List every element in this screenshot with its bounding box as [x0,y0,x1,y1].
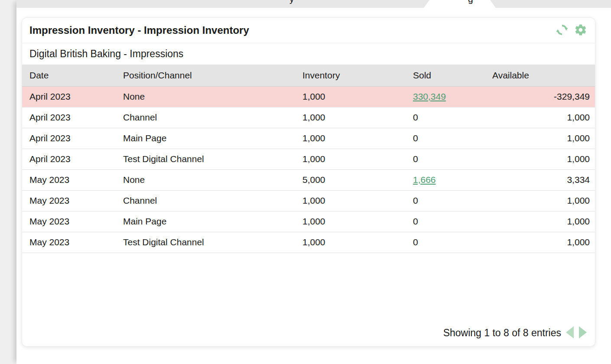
cell-inventory: 1,000 [302,211,413,232]
table-row: May 2023 None 5,000 1,666 3,334 [22,169,595,190]
cell-available: 1,000 [492,190,595,211]
cell-sold: 0 [413,107,492,128]
cell-inventory: 1,000 [302,107,413,128]
cell-date: May 2023 [22,232,123,253]
table-pagination: Showing 1 to 8 of 8 entries [22,325,595,346]
cell-sold: 0 [413,128,492,149]
sold-link[interactable]: 1,666 [413,175,436,185]
chevron-left-icon [564,325,575,341]
cell-date: April 2023 [22,128,123,149]
cell-position-channel: None [123,169,302,190]
cell-available: 1,000 [492,232,595,253]
cell-available: 1,000 [492,128,595,149]
gear-icon [574,23,587,38]
table-row: May 2023 Main Page 1,000 0 1,000 [22,211,595,232]
sold-link[interactable]: 330,349 [413,91,446,101]
cell-inventory: 1,000 [302,149,413,169]
refresh-button[interactable] [555,23,569,38]
cell-position-channel: None [123,86,302,107]
next-page-button[interactable] [577,325,589,340]
cell-available: 1,000 [492,149,595,169]
cell-position-channel: Test Digital Channel [123,232,302,253]
table-row: May 2023 Test Digital Channel 1,000 0 1,… [22,232,595,253]
cell-available: 3,334 [492,169,595,190]
active-tab-label-fragment: g [468,0,473,4]
active-tab[interactable]: g [424,0,496,8]
cell-date: April 2023 [22,149,123,169]
cell-available: 1,000 [492,107,595,128]
cell-position-channel: Main Page [123,211,302,232]
cell-date: April 2023 [22,107,123,128]
tab-label-fragment: y [289,0,294,4]
widget-title: Impression Inventory - Impression Invent… [29,24,249,36]
cell-sold: 330,349 [413,86,492,107]
cell-inventory: 1,000 [302,86,413,107]
column-header-position-channel[interactable]: Position/Channel [123,65,302,86]
inventory-table: Date Position/Channel Inventory Sold Ava… [22,65,595,253]
widget-subtitle-row: Digital British Baking - Impressions [22,43,595,65]
cell-inventory: 5,000 [302,169,413,190]
cell-inventory: 1,000 [302,190,413,211]
refresh-icon [555,23,569,38]
cell-date: April 2023 [22,86,123,107]
column-header-available[interactable]: Available [492,65,595,86]
cell-available: 1,000 [492,211,595,232]
table-row: April 2023 Test Digital Channel 1,000 0 … [22,149,595,169]
column-header-date[interactable]: Date [22,65,123,86]
cell-date: May 2023 [22,211,123,232]
table-row: May 2023 Channel 1,000 0 1,000 [22,190,595,211]
cell-inventory: 1,000 [302,128,413,149]
table-row: April 2023 Main Page 1,000 0 1,000 [22,128,595,149]
cell-sold: 0 [413,232,492,253]
table-header-row: Date Position/Channel Inventory Sold Ava… [22,65,595,86]
cell-sold: 0 [413,149,492,169]
column-header-sold[interactable]: Sold [413,65,492,86]
chevron-right-icon [577,325,588,341]
table-row: April 2023 Channel 1,000 0 1,000 [22,107,595,128]
tab-strip: y g [16,0,611,8]
cell-date: May 2023 [22,169,123,190]
widget-header: Impression Inventory - Impression Invent… [22,18,595,43]
cell-sold: 0 [413,211,492,232]
column-header-inventory[interactable]: Inventory [302,65,413,86]
cell-position-channel: Channel [123,190,302,211]
showing-entries-text: Showing 1 to 8 of 8 entries [443,327,561,339]
previous-page-button[interactable] [564,325,576,340]
content-panel: y g Impression Inventory - Impression In… [16,0,611,364]
widget-header-actions [555,23,588,38]
cell-inventory: 1,000 [302,232,413,253]
cell-position-channel: Channel [123,107,302,128]
cell-position-channel: Test Digital Channel [123,149,302,169]
table-row: April 2023 None 1,000 330,349 -329,349 [22,86,595,107]
cell-position-channel: Main Page [123,128,302,149]
settings-button[interactable] [573,23,588,38]
impression-inventory-widget: Impression Inventory - Impression Invent… [22,17,595,347]
cell-sold: 1,666 [413,169,492,190]
cell-sold: 0 [413,190,492,211]
cell-date: May 2023 [22,190,123,211]
widget-subtitle: Digital British Baking - Impressions [29,48,183,60]
cell-available: -329,349 [492,86,595,107]
